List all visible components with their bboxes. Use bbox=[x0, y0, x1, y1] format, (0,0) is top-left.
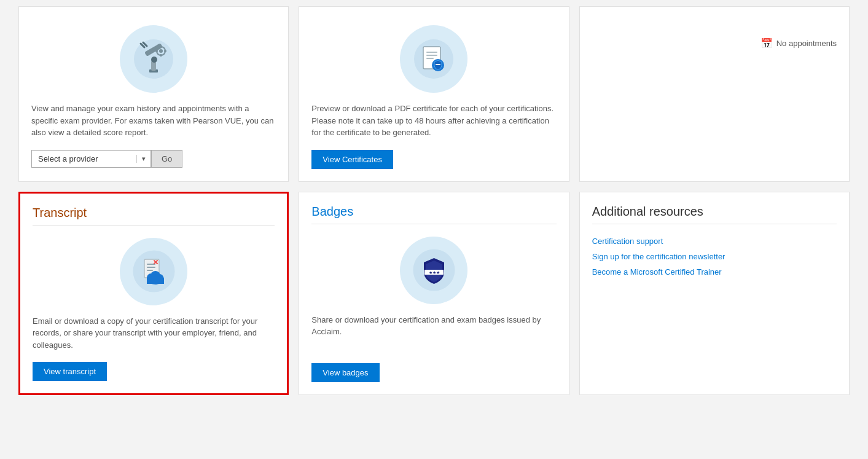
cert-icon-area bbox=[311, 25, 556, 93]
robot-icon-area bbox=[31, 25, 276, 93]
calendar-icon: 📅 bbox=[760, 37, 773, 49]
exam-history-card: View and manage your exam history and ap… bbox=[18, 6, 289, 182]
svg-point-4 bbox=[151, 57, 157, 63]
transcript-card: Transcript bbox=[18, 192, 289, 396]
view-badges-button[interactable]: View badges bbox=[311, 363, 379, 382]
svg-rect-17 bbox=[426, 58, 434, 59]
exam-history-footer: Select a provider ▾ Go bbox=[31, 150, 276, 168]
additional-links-list: Certification support Sign up for the ce… bbox=[592, 237, 725, 277]
certification-support-link[interactable]: Certification support bbox=[592, 237, 725, 246]
transcript-title: Transcript bbox=[33, 206, 275, 226]
additional-resources-card: Additional resources Certification suppo… bbox=[579, 192, 850, 396]
top-row: View and manage your exam history and ap… bbox=[18, 6, 850, 182]
no-appointments-area: 📅 No appointments bbox=[760, 37, 837, 49]
exam-history-description: View and manage your exam history and ap… bbox=[31, 103, 276, 139]
svg-rect-15 bbox=[426, 52, 437, 53]
svg-text:★★★: ★★★ bbox=[429, 270, 440, 275]
certificates-card: Preview or download a PDF certificate fo… bbox=[299, 6, 569, 182]
robot-icon bbox=[132, 37, 175, 80]
svg-rect-9 bbox=[160, 45, 162, 48]
badge-icon: ★★★ bbox=[411, 247, 457, 293]
svg-rect-19 bbox=[436, 64, 440, 65]
svg-rect-23 bbox=[147, 267, 155, 268]
cert-icon bbox=[412, 37, 455, 80]
chevron-down-icon[interactable]: ▾ bbox=[136, 155, 151, 163]
additional-resources-title: Additional resources bbox=[592, 205, 837, 224]
svg-rect-12 bbox=[164, 50, 166, 52]
cert-description: Preview or download a PDF certificate fo… bbox=[311, 103, 556, 139]
badges-icon-circle: ★★★ bbox=[400, 237, 467, 304]
badges-card: Badges ★★★ Share or downlo bbox=[299, 192, 569, 396]
page-container: View and manage your exam history and ap… bbox=[0, 0, 868, 459]
transcript-icon-circle bbox=[120, 238, 187, 305]
robot-icon-circle bbox=[120, 25, 187, 93]
cert-icon-circle bbox=[400, 25, 467, 93]
svg-point-8 bbox=[159, 49, 163, 53]
provider-dropdown[interactable]: Select a provider ▾ bbox=[31, 150, 151, 168]
mct-link[interactable]: Become a Microsoft Certified Trainer bbox=[592, 267, 725, 277]
newsletter-link[interactable]: Sign up for the certification newsletter bbox=[592, 252, 725, 261]
select-provider-wrapper: Select a provider ▾ Go bbox=[31, 150, 182, 168]
svg-rect-11 bbox=[155, 50, 158, 52]
transcript-icon bbox=[131, 248, 177, 294]
no-appointments-label: No appointments bbox=[776, 39, 837, 48]
provider-dropdown-label: Select a provider bbox=[32, 151, 136, 167]
svg-rect-10 bbox=[160, 54, 162, 57]
badges-footer: View badges bbox=[311, 363, 556, 382]
go-button[interactable]: Go bbox=[151, 150, 182, 168]
appointments-card: 📅 No appointments bbox=[579, 6, 850, 182]
bottom-row: Transcript bbox=[18, 192, 850, 396]
svg-rect-31 bbox=[147, 278, 164, 284]
badges-title: Badges bbox=[311, 205, 556, 224]
badges-icon-area: ★★★ bbox=[311, 237, 556, 304]
view-transcript-button[interactable]: View transcript bbox=[33, 362, 107, 381]
svg-rect-16 bbox=[426, 55, 437, 56]
cert-footer: View Certificates bbox=[311, 150, 556, 169]
transcript-description: Email or download a copy of your certifi… bbox=[33, 315, 275, 351]
transcript-footer: View transcript bbox=[33, 362, 275, 381]
transcript-icon-area bbox=[33, 238, 275, 305]
badges-description: Share or download your certification and… bbox=[311, 314, 556, 353]
view-certificates-button[interactable]: View Certificates bbox=[311, 150, 393, 169]
svg-rect-24 bbox=[147, 270, 153, 271]
